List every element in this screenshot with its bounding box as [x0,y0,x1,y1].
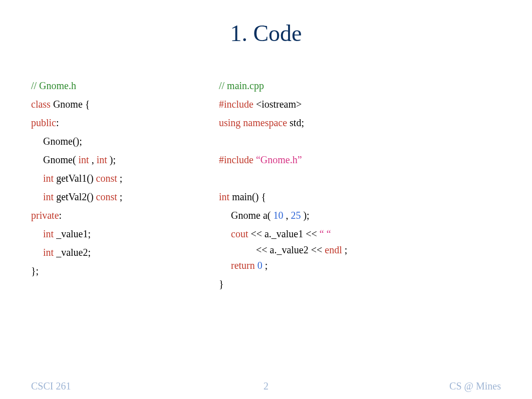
field-value1-line: int _value1; [31,225,219,243]
return-line: return 0 ; [219,256,501,275]
public-line: public: [31,114,219,132]
blank-line [219,132,501,151]
gnome-instance-line: Gnome a( 10 , 25 ); [219,206,501,225]
public-keyword: public [31,117,56,128]
main-sig: main() { [229,191,266,202]
comment-line: // Gnome.h [31,77,219,95]
field-name: _value1; [54,228,91,239]
colon: : [56,117,59,128]
ctor-pre: Gnome( [43,154,79,165]
cout-line-1: cout << a._value1 << “ “ [219,225,501,243]
include-keyword: #include [219,99,253,110]
getval2-line: int getVal2() const ; [31,188,219,206]
iostream: <iostream> [253,99,302,110]
comma: , [89,154,97,165]
blank-line [219,169,501,188]
int-keyword: int [43,247,54,258]
cout-expr: << a._value2 << [231,244,325,255]
semi: ; [117,173,123,184]
class-keyword: class [31,99,51,110]
main-close-line: } [219,275,501,293]
include-gnome-line: #include “Gnome.h” [219,151,501,169]
semi: ; [262,260,268,271]
int-keyword: int [43,228,54,239]
comma: , [283,210,291,221]
ctor-close: ); [107,154,116,165]
close-paren: ); [301,210,309,221]
const-keyword: const [96,191,117,202]
cout-keyword: cout [231,228,248,239]
using-namespace-keyword: using namespace [219,117,287,128]
content-area: // Gnome.h class Gnome { public: Gnome()… [0,47,532,293]
int-keyword: int [97,154,107,165]
using-namespace-line: using namespace std; [219,114,501,132]
ctor-default-line: Gnome(); [31,132,219,151]
include-iostream-line: #include <iostream> [219,95,501,114]
cout-line-2: << a._value2 << endl ; [219,243,501,256]
comment-line: // main.cpp [219,77,501,95]
semi: ; [117,191,123,202]
field-name: _value2; [54,247,91,258]
semi: ; [342,244,348,255]
int-keyword: int [79,154,89,165]
number-literal: 10 [273,210,283,221]
footer-page-number: 2 [263,380,269,392]
string-literal: “Gnome.h” [253,154,302,165]
int-keyword: int [43,191,54,202]
code-block-gnome-h: // Gnome.h class Gnome { public: Gnome()… [31,77,219,293]
return-keyword: return [231,260,255,271]
colon: : [59,210,62,221]
footer-left: CSCI 261 [31,380,71,392]
include-keyword: #include [219,154,253,165]
std: std; [287,117,304,128]
string-literal: “ “ [320,228,331,239]
slide-title: 1. Code [0,0,532,47]
gnome-a-pre: Gnome a( [231,210,273,221]
private-keyword: private [31,210,59,221]
endl-keyword: endl [325,244,342,255]
method-name: getVal1() [54,173,96,184]
ctor-params-line: Gnome( int , int ); [31,151,219,169]
main-sig-line: int main() { [219,188,501,206]
private-line: private: [31,206,219,225]
number-literal: 0 [255,260,262,271]
class-name: Gnome { [51,99,90,110]
number-literal: 25 [291,210,301,221]
footer: CSCI 261 2 CS @ Mines [31,380,501,392]
code-block-main-cpp: // main.cpp #include <iostream> using na… [219,77,501,293]
method-name: getVal2() [54,191,96,202]
class-close-line: }; [31,262,219,280]
int-keyword: int [43,173,54,184]
const-keyword: const [96,173,117,184]
getval1-line: int getVal1() const ; [31,169,219,188]
footer-right: CS @ Mines [449,380,501,392]
cout-expr: << a._value1 << [248,228,319,239]
int-keyword: int [219,191,229,202]
field-value2-line: int _value2; [31,243,219,262]
class-decl-line: class Gnome { [31,95,219,114]
